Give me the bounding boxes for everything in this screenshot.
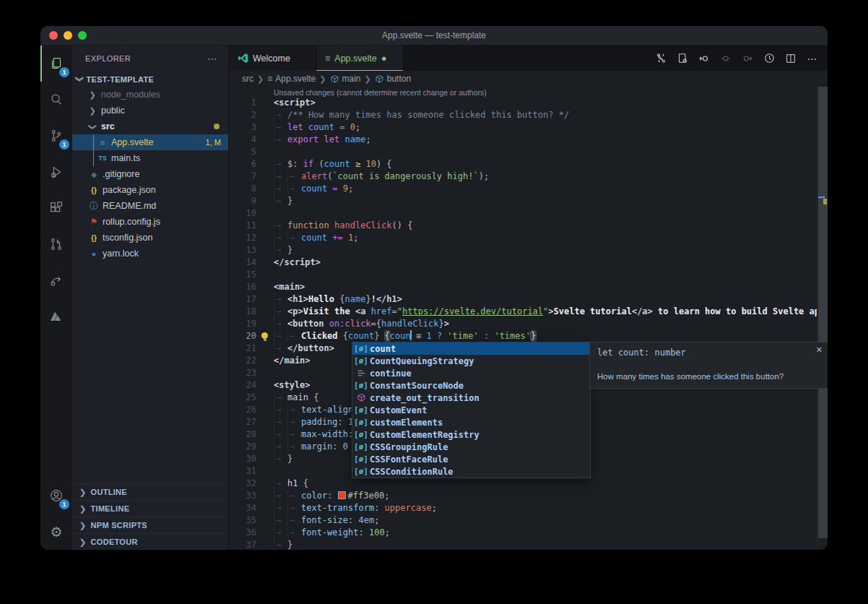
- suggest-item-continue[interactable]: continue: [352, 367, 590, 379]
- workspace-section-header[interactable]: ❯ TEST-TEMPLATE: [72, 72, 228, 87]
- file-row-rollup-config-js[interactable]: ⚑rollup.config.js: [72, 214, 228, 230]
- line-number: 30: [229, 453, 274, 465]
- activity-source-control[interactable]: 1: [40, 118, 72, 154]
- editor-actions: ⋯: [651, 46, 828, 71]
- breadcrumb-item-src[interactable]: src: [242, 74, 253, 84]
- previous-change-button[interactable]: [695, 49, 713, 68]
- panel-npm-scripts[interactable]: ❯NPM SCRIPTS: [72, 517, 228, 533]
- tab-welcome[interactable]: Welcome: [229, 46, 316, 71]
- file-row-tsconfig-json[interactable]: {}tsconfig.json: [72, 230, 228, 246]
- file-row-main-ts[interactable]: TSmain.ts: [72, 150, 228, 166]
- activity-run-debug[interactable]: [40, 154, 72, 190]
- git-graph-button[interactable]: [651, 49, 670, 68]
- code-line-7: 7→→alert(`count is dangerously high!`);: [229, 171, 817, 183]
- activity-explorer[interactable]: 1: [40, 46, 72, 82]
- line-number: 1: [229, 97, 274, 109]
- dirty-indicator[interactable]: ●: [381, 53, 387, 64]
- suggest-item-cssconditionrule[interactable]: [ø]CSSConditionRule: [352, 465, 590, 478]
- workspace-name: TEST-TEMPLATE: [87, 75, 155, 84]
- explorer-sidebar: EXPLORER ⋯ ❯ TEST-TEMPLATE ❯node_modules…: [72, 46, 229, 550]
- file-label: src: [101, 121, 115, 131]
- panel-codetour[interactable]: ❯CODETOUR: [72, 533, 228, 550]
- line-number: 2: [229, 109, 274, 121]
- split-editor-button[interactable]: [781, 49, 800, 68]
- suggest-widget: [ø]count[ø]CountQueuingStrategycontinue[…: [352, 342, 591, 478]
- suggest-item-cssgroupingrule[interactable]: [ø]CSSGroupingRule: [352, 441, 590, 453]
- suggest-item-customelements[interactable]: [ø]customElements: [352, 416, 590, 428]
- panel-timeline[interactable]: ❯TIMELINE: [72, 500, 228, 517]
- title-bar[interactable]: App.svelte — test-template: [40, 26, 828, 46]
- file-row-node-modules[interactable]: ❯node_modules: [72, 87, 228, 103]
- file-row-src[interactable]: ❯src: [72, 118, 228, 134]
- activity-extensions[interactable]: [40, 190, 72, 226]
- activity-search[interactable]: [40, 82, 72, 118]
- file-label: App.svelte: [111, 137, 153, 147]
- file-history-button[interactable]: [760, 49, 778, 68]
- suggest-label: CSSFontFaceRule: [370, 454, 448, 465]
- activity-settings[interactable]: ⚙: [40, 514, 72, 550]
- chevron-down-icon: ❯: [87, 122, 98, 131]
- indent-guide: →: [274, 392, 287, 404]
- line-number: 10: [229, 207, 274, 220]
- indent-guide: →: [287, 416, 301, 428]
- file-row-public[interactable]: ❯public: [72, 103, 228, 118]
- explorer-title: EXPLORER: [85, 54, 131, 63]
- suggest-item-customelementregistry[interactable]: [ø]CustomElementRegistry: [352, 428, 590, 441]
- file-label: tsconfig.json: [103, 233, 152, 243]
- indent-guide: →: [274, 195, 287, 207]
- field-icon: [ø]: [352, 344, 370, 353]
- suggest-label: count: [370, 344, 396, 354]
- current-change-button[interactable]: [716, 49, 735, 68]
- activity-accounts[interactable]: 1: [40, 478, 72, 514]
- breadcrumb-item-main[interactable]: main: [330, 74, 361, 84]
- suggest-item-count[interactable]: [ø]count: [352, 342, 590, 355]
- activity-github-pull-requests[interactable]: [40, 226, 72, 262]
- suggest-signature: let count: number: [597, 348, 686, 358]
- field-icon: [ø]: [352, 356, 370, 366]
- more-actions-icon[interactable]: ⋯: [207, 53, 218, 64]
- line-number: 37: [229, 539, 274, 550]
- indent-guide: →: [287, 232, 301, 244]
- suggest-item-customevent[interactable]: [ø]CustomEvent: [352, 404, 590, 416]
- suggest-label: CSSGroupingRule: [370, 442, 448, 452]
- scrollbar-slider[interactable]: [818, 87, 828, 538]
- line-number: 24: [229, 379, 274, 392]
- activity-live-share[interactable]: [40, 262, 72, 298]
- tab-app-svelte[interactable]: ≡App.svelte●: [316, 46, 404, 71]
- breadcrumb-item-button[interactable]: button: [375, 74, 411, 84]
- code-line-37: 37→}: [229, 539, 817, 550]
- panel-outline[interactable]: ❯OUTLINE: [72, 483, 228, 500]
- breadcrumb[interactable]: src❯≡App.svelte❯main❯button: [229, 71, 828, 87]
- codelens-label[interactable]: Unsaved changes (cannot determine recent…: [274, 87, 817, 97]
- suggest-item-create_out_transition[interactable]: create_out_transition: [352, 392, 590, 404]
- file-row--gitignore[interactable]: ◆.gitignore: [72, 166, 228, 182]
- suggest-label: CSSConditionRule: [370, 467, 453, 477]
- next-change-button[interactable]: [738, 49, 757, 68]
- indent-guide: →: [287, 330, 301, 342]
- code-line-13: 13→}: [229, 244, 817, 256]
- activity-azure[interactable]: [40, 298, 72, 335]
- suggest-label: ConstantSourceNode: [370, 381, 464, 391]
- suggest-item-countqueuingstrategy[interactable]: [ø]CountQueuingStrategy: [352, 355, 590, 367]
- code-line-34: 34→→text-transform: uppercase;: [229, 502, 817, 514]
- suggest-doc: How many times has someone clicked this …: [597, 372, 784, 381]
- lightbulb-icon[interactable]: [261, 332, 269, 340]
- file-row-app-svelte[interactable]: ≡App.svelte1, M: [72, 134, 228, 150]
- open-changes-button[interactable]: [673, 49, 692, 68]
- suggest-item-cssfontfacerule[interactable]: [ø]CSSFontFaceRule: [352, 453, 590, 465]
- close-icon[interactable]: ✕: [816, 345, 823, 355]
- more-actions-button[interactable]: ⋯: [803, 49, 822, 68]
- split-editor-icon: [785, 53, 797, 64]
- code-line-1: 1<script>: [229, 97, 817, 109]
- editor-group: Welcome≡App.svelte● ⋯ src❯≡App.svelte❯ma…: [229, 46, 828, 550]
- indent-guide: →: [274, 183, 287, 195]
- code-line-35: 35→→font-size: 4em;: [229, 514, 817, 527]
- suggest-item-constantsourcenode[interactable]: [ø]ConstantSourceNode: [352, 379, 590, 392]
- editor-scrollbar[interactable]: [817, 87, 828, 550]
- breadcrumb-item-app-svelte[interactable]: ≡App.svelte: [267, 74, 316, 84]
- file-row-package-json[interactable]: {}package.json: [72, 182, 228, 198]
- indent-guide: →: [274, 342, 287, 355]
- file-row-yarn-lock[interactable]: ●yarn.lock: [72, 246, 228, 262]
- file-row-readme-md[interactable]: ⓘREADME.md: [72, 198, 228, 214]
- code-editor[interactable]: Unsaved changes (cannot determine recent…: [229, 87, 817, 550]
